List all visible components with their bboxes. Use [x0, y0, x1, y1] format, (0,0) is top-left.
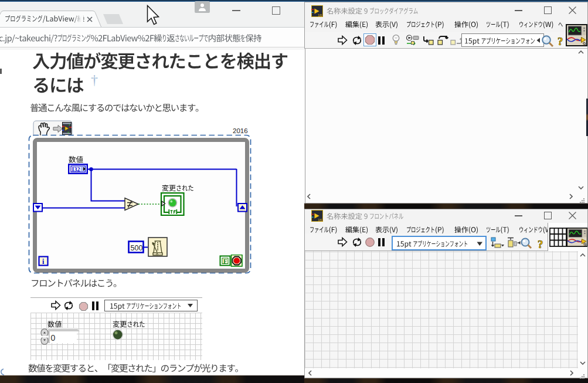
- svg-text:F: F: [223, 258, 227, 265]
- svg-text:9: 9: [583, 40, 586, 47]
- svg-text:?: ?: [558, 35, 563, 48]
- svg-text:500: 500: [131, 244, 143, 252]
- svg-text:0: 0: [51, 333, 56, 343]
- svg-text:I32: I32: [72, 166, 80, 172]
- svg-text:16: 16: [318, 218, 322, 222]
- svg-text:9: 9: [583, 242, 586, 247]
- svg-text:?: ?: [538, 238, 543, 250]
- svg-text:16: 16: [318, 13, 322, 17]
